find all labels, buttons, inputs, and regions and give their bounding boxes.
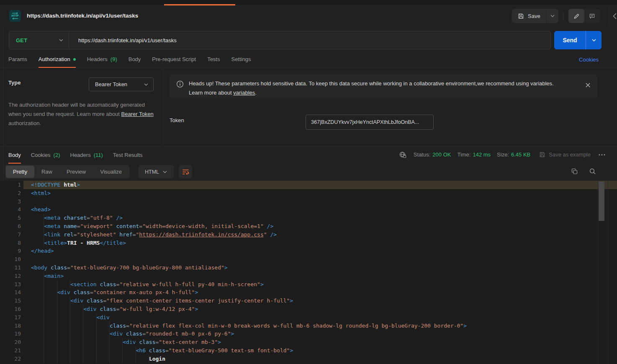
chevron-down-icon — [163, 171, 167, 173]
status-value: 200 OK — [432, 151, 451, 158]
variables-link[interactable]: variables — [233, 90, 255, 96]
token-input[interactable]: 367|BxZDUYkvv7jxHeYnctAPXthLbJfoOnBA... — [306, 115, 434, 130]
chevron-down-icon — [550, 15, 555, 17]
chevron-left-icon[interactable] — [613, 13, 617, 19]
search-icon — [589, 168, 596, 175]
code-line-number: 22 — [0, 355, 21, 363]
code-line: 19<div class="rounded-t mb-0 px-6 py-6"> — [0, 330, 617, 338]
send-button[interactable]: Send — [554, 31, 586, 49]
postman-window: HTTP https://dash.triinfotek.in/api/v1/u… — [0, 0, 617, 364]
code-line: 20<div class="text-center mb-3"> — [0, 338, 617, 346]
tab-body[interactable]: Body — [129, 51, 141, 67]
code-line: 14<div class="container mx-auto px-4 h-f… — [0, 288, 617, 297]
code-line: 18class="relative flex flex-col min-w-0 … — [0, 322, 617, 330]
code-line: 13<section class="relative w-full h-full… — [0, 280, 617, 289]
indent-guides — [31, 288, 57, 297]
save-icon — [518, 13, 524, 19]
pane-left-border — [3, 27, 4, 181]
indent-guides — [31, 272, 44, 280]
tab-authorization[interactable]: Authorization — [39, 51, 76, 67]
tab-pre-request-script[interactable]: Pre-request Script — [152, 51, 196, 67]
code-lines: 1<!DOCTYPE html>2<html>34<head>5<meta ch… — [0, 181, 617, 363]
response-tab-cookies[interactable]: Cookies (2) — [31, 146, 60, 163]
code-line: 9</head> — [0, 247, 617, 255]
view-preview[interactable]: Preview — [59, 166, 93, 178]
send-options-button[interactable] — [586, 31, 602, 49]
view-pretty[interactable]: Pretty — [6, 166, 34, 178]
copy-response-button[interactable] — [571, 168, 578, 175]
tab-tests[interactable]: Tests — [207, 51, 220, 67]
tab-params[interactable]: Params — [8, 51, 27, 67]
status-pair: Status: 200 OK — [414, 151, 451, 158]
network-lock-icon[interactable] — [399, 151, 406, 159]
http-method-badge-icon: HTTP — [9, 10, 21, 22]
scrollbar-border — [608, 181, 608, 364]
chevron-down-icon — [592, 39, 596, 41]
pane-divider — [609, 7, 609, 26]
tab-headers[interactable]: Headers (9) — [87, 51, 117, 67]
code-line: 4<head> — [0, 205, 617, 214]
size-value: 6.45 KB — [511, 151, 530, 158]
comment-button[interactable] — [584, 9, 600, 23]
send-button-group: Send — [554, 31, 602, 49]
response-tab-test-results[interactable]: Test Results — [113, 146, 143, 163]
save-as-example-button[interactable]: Save as example — [539, 151, 591, 158]
response-meta: Status: 200 OK Time: 142 ms Size: 6.45 K… — [399, 146, 605, 163]
indent-guides — [31, 330, 110, 338]
save-options-button[interactable] — [546, 9, 558, 23]
response-body-code[interactable]: 1<!DOCTYPE html>2<html>34<head>5<meta ch… — [0, 181, 617, 364]
code-line-number: 17 — [0, 313, 21, 322]
code-line: 1<!DOCTYPE html> — [0, 181, 617, 189]
request-tabs: Params Authorization Headers (9) Body Pr… — [0, 51, 617, 68]
chevron-down-icon — [144, 83, 148, 86]
indent-guides — [31, 305, 83, 313]
header-divider — [563, 12, 563, 20]
search-response-button[interactable] — [589, 168, 596, 175]
info-icon — [176, 80, 184, 96]
code-line-number: 2 — [0, 189, 21, 197]
wrap-lines-button[interactable] — [179, 165, 192, 179]
view-raw[interactable]: Raw — [34, 166, 59, 178]
code-line-number: 3 — [0, 197, 21, 206]
language-select[interactable]: HTML — [138, 165, 174, 179]
auth-type-select[interactable]: Bearer Token — [89, 77, 154, 91]
indent-guides — [31, 313, 97, 322]
banner-close-button[interactable] — [583, 80, 592, 90]
method-value: GET — [16, 37, 27, 44]
save-button-label: Save — [528, 13, 540, 19]
size-label: Size: — [497, 151, 509, 158]
indent-guides — [31, 231, 44, 239]
indent-guides — [31, 239, 44, 247]
request-title: https://dash.triinfotek.in/api/v1/user/t… — [27, 13, 138, 19]
method-selector[interactable]: GET — [9, 37, 69, 44]
url-input[interactable]: https://dash.triinfotek.in/api/v1/user/t… — [78, 37, 177, 44]
status-label: Status: — [414, 151, 430, 158]
cookies-link[interactable]: Cookies — [579, 51, 599, 68]
code-line-number: 16 — [0, 305, 21, 313]
view-visualize[interactable]: Visualize — [93, 166, 129, 178]
code-line: 21<h6 class="text-blueGray-500 text-sm f… — [0, 346, 617, 355]
code-line-number: 20 — [0, 338, 21, 346]
more-actions-icon[interactable] — [599, 154, 605, 156]
code-line-number: 4 — [0, 205, 21, 214]
active-tab-underline — [39, 67, 76, 68]
sensitive-data-banner: Heads up! These parameters hold sensitiv… — [170, 74, 597, 99]
code-line-number: 19 — [0, 330, 21, 338]
bearer-token-link[interactable]: Bearer Token — [121, 111, 154, 117]
tab-settings[interactable]: Settings — [231, 51, 251, 67]
code-scrollbar-thumb[interactable] — [599, 182, 604, 221]
response-tab-headers[interactable]: Headers (11) — [70, 146, 103, 163]
code-line-number: 7 — [0, 231, 21, 239]
authorization-type-pane: Type Bearer Token The authorization head… — [0, 68, 163, 146]
code-line-number: 10 — [0, 255, 21, 264]
code-line: 17<div — [0, 313, 617, 322]
edit-request-button[interactable] — [568, 9, 584, 23]
banner-line2: Learn more about variables. — [189, 88, 554, 97]
type-label: Type — [8, 79, 21, 86]
active-request-tab-indicator — [164, 4, 235, 5]
workspace-tab-strip — [0, 0, 617, 6]
save-button[interactable]: Save — [512, 9, 546, 23]
cookies-count: (2) — [54, 152, 60, 158]
code-line: 2<html> — [0, 189, 617, 197]
response-tab-body[interactable]: Body — [8, 146, 21, 163]
